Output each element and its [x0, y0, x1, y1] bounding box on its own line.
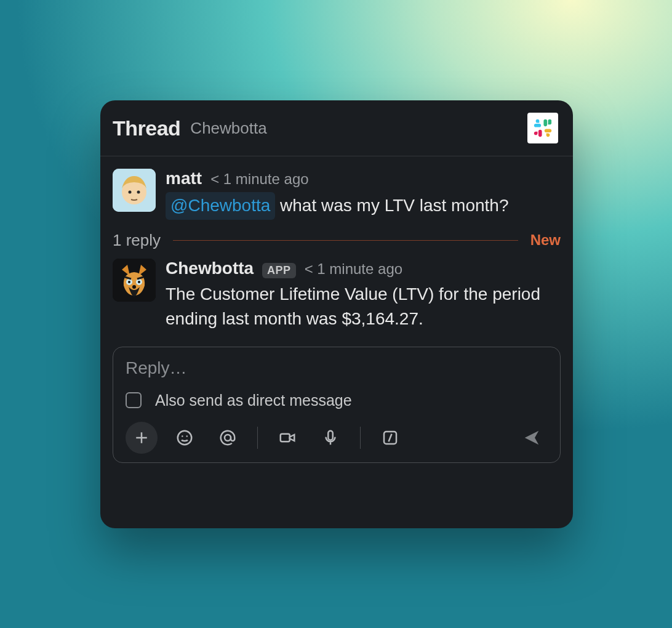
shortcuts-button[interactable]	[374, 422, 406, 454]
reply-count: 1 reply	[113, 231, 161, 250]
thread-panel: Thread Chewbotta	[100, 100, 573, 528]
reply-separator: 1 reply New	[113, 231, 561, 250]
composer-toolbar	[126, 422, 548, 454]
attach-plus-button[interactable]	[126, 422, 158, 454]
svg-rect-4	[534, 124, 541, 127]
reply-composer: Also send as direct message	[113, 347, 561, 463]
svg-point-15	[178, 431, 192, 445]
reply-input[interactable]	[126, 358, 548, 378]
svg-rect-3	[538, 130, 542, 137]
mention[interactable]: @Chewbotta	[166, 192, 275, 220]
svg-rect-20	[328, 431, 333, 440]
also-send-dm-label: Also send as direct message	[155, 392, 352, 409]
message-timestamp: < 1 minute ago	[305, 260, 402, 278]
avatar-matt	[113, 169, 156, 212]
message-timestamp: < 1 minute ago	[210, 171, 308, 188]
thread-subtitle: Chewbotta	[190, 119, 266, 138]
toolbar-divider	[360, 427, 361, 449]
svg-point-14	[132, 285, 136, 289]
svg-point-7	[129, 191, 132, 194]
svg-point-16	[182, 435, 183, 437]
message-text-fragment: what was my LTV last month?	[275, 196, 508, 215]
svg-rect-0	[543, 119, 547, 126]
message-row: Chewbotta APP < 1 minute ago The Custome…	[113, 259, 561, 332]
svg-point-8	[137, 191, 140, 194]
message-author: matt	[166, 169, 202, 188]
toolbar-divider	[257, 427, 258, 449]
audio-button[interactable]	[314, 422, 346, 454]
separator-line	[173, 240, 518, 241]
svg-rect-2	[545, 129, 551, 132]
message-text: @Chewbotta what was my LTV last month?	[166, 192, 561, 220]
svg-point-13	[138, 281, 140, 283]
new-label: New	[530, 231, 561, 249]
svg-point-18	[225, 435, 231, 441]
slack-logo-icon	[527, 113, 558, 143]
thread-title: Thread	[113, 116, 180, 140]
message-text: The Customer Lifetime Value (LTV) for th…	[166, 282, 561, 332]
send-button[interactable]	[516, 422, 548, 454]
message-row: matt < 1 minute ago @Chewbotta what was …	[113, 169, 561, 220]
thread-header: Thread Chewbotta	[100, 100, 573, 156]
emoji-button[interactable]	[169, 422, 201, 454]
avatar-chewbotta	[113, 259, 156, 302]
message-author: Chewbotta	[166, 259, 254, 278]
also-send-dm-checkbox[interactable]	[126, 392, 142, 408]
svg-point-17	[186, 435, 188, 437]
video-button[interactable]	[271, 422, 303, 454]
svg-point-12	[128, 281, 130, 283]
mention-button[interactable]	[212, 422, 244, 454]
app-badge: APP	[262, 263, 296, 278]
svg-rect-19	[281, 434, 290, 442]
